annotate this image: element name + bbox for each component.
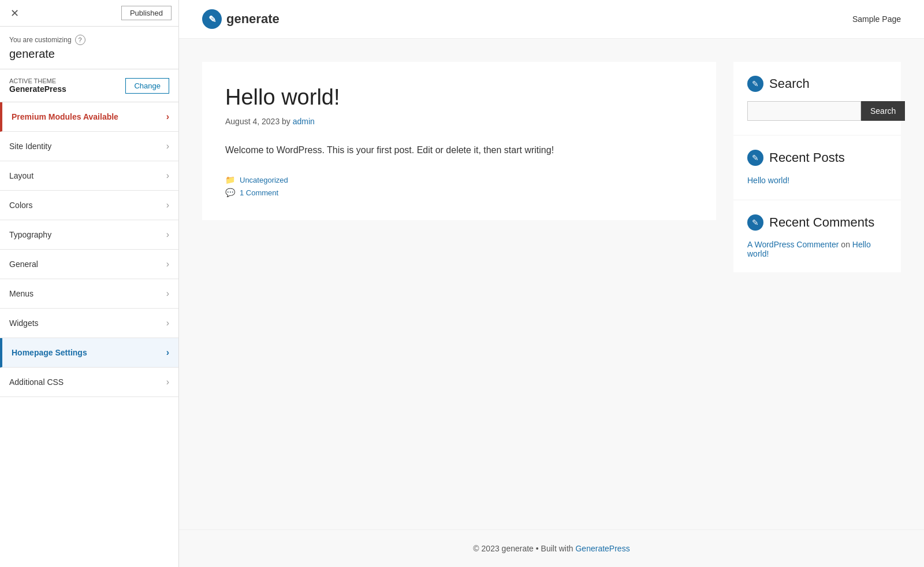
info-section: You are customizing ? generate [0, 27, 178, 69]
active-theme-info: Active theme GeneratePress [9, 77, 66, 94]
sample-page-link[interactable]: Sample Page [852, 14, 901, 24]
site-header: ✎ generate Sample Page [179, 0, 924, 39]
post-footer: 📁 Uncategorized 💬 1 Comment [225, 175, 693, 197]
nav-item-site-identity[interactable]: Site Identity › [0, 132, 178, 161]
search-button[interactable]: Search [861, 101, 905, 121]
post-title: Hello world! [225, 85, 693, 110]
post-content: Welcome to WordPress. This is your first… [225, 142, 693, 158]
nav-item-menus[interactable]: Menus › [0, 279, 178, 309]
chevron-right-icon: › [166, 318, 169, 328]
site-logo-name: generate [226, 12, 280, 27]
nav-item-colors[interactable]: Colors › [0, 191, 178, 220]
chevron-right-icon: › [166, 200, 169, 210]
nav-item-typography-label: Typography [9, 230, 51, 239]
chevron-right-icon: › [166, 171, 169, 181]
footer-text: © 2023 generate • Built with [473, 544, 573, 553]
close-button[interactable]: ✕ [7, 6, 23, 21]
list-item: A WordPress Commenter on Hello world! [747, 240, 887, 258]
site-name: generate [9, 47, 169, 61]
search-widget-icon: ✎ [747, 76, 763, 92]
theme-name: GeneratePress [9, 84, 66, 94]
chevron-right-icon: › [166, 112, 169, 122]
chevron-right-icon: › [166, 229, 169, 240]
active-theme-label: Active theme [9, 77, 66, 84]
post-comment-row: 💬 1 Comment [225, 188, 693, 197]
nav-item-premium[interactable]: Premium Modules Available › [0, 102, 178, 132]
search-widget: ✎ Search Search [733, 62, 901, 135]
chevron-right-icon: › [166, 377, 169, 387]
main-column: Hello world! August 4, 2023 by admin Wel… [202, 62, 716, 220]
nav-item-premium-label: Premium Modules Available [12, 112, 118, 121]
comment-on: on [841, 240, 852, 249]
nav-item-widgets[interactable]: Widgets › [0, 309, 178, 338]
sidebar: ✎ Search Search ✎ Recent Posts Hello wor… [733, 62, 901, 273]
chevron-right-icon: › [166, 259, 169, 269]
nav-item-layout-label: Layout [9, 171, 33, 180]
nav-item-colors-label: Colors [9, 201, 32, 210]
recent-posts-widget-icon: ✎ [747, 150, 763, 166]
recent-posts-list: Hello world! [747, 175, 887, 186]
nav-item-widgets-label: Widgets [9, 318, 39, 328]
nav-item-additional-css[interactable]: Additional CSS › [0, 368, 178, 397]
search-form: Search [747, 101, 887, 121]
nav-item-general[interactable]: General › [0, 250, 178, 279]
list-item: Hello world! [747, 175, 887, 186]
chevron-right-icon: › [166, 347, 169, 358]
recent-comments-list: A WordPress Commenter on Hello world! [747, 240, 887, 258]
customizer-panel: ✕ Published You are customizing ? genera… [0, 0, 179, 567]
logo-icon: ✎ [202, 9, 222, 29]
chevron-right-icon: › [166, 288, 169, 299]
nav-item-general-label: General [9, 260, 38, 269]
post-meta: August 4, 2023 by admin [225, 117, 693, 126]
footer-link[interactable]: GeneratePress [575, 544, 629, 553]
search-widget-title: ✎ Search [747, 76, 887, 92]
you-are-customizing: You are customizing ? [9, 35, 169, 45]
recent-posts-widget-title: ✎ Recent Posts [747, 150, 887, 166]
recent-comments-widget-title: ✎ Recent Comments [747, 214, 887, 231]
post-by: by [282, 117, 290, 126]
commenter-link[interactable]: A WordPress Commenter [747, 240, 839, 249]
active-theme-section: Active theme GeneratePress Change [0, 69, 178, 102]
post-date: August 4, 2023 [225, 117, 280, 126]
chevron-right-icon: › [166, 141, 169, 151]
site-logo[interactable]: ✎ generate [202, 9, 280, 29]
nav-section: Premium Modules Available › Site Identit… [0, 102, 178, 567]
recent-post-link[interactable]: Hello world! [747, 176, 789, 185]
recent-comments-widget-icon: ✎ [747, 214, 763, 231]
published-button[interactable]: Published [121, 6, 172, 20]
nav-item-menus-label: Menus [9, 289, 33, 298]
recent-comments-widget: ✎ Recent Comments A WordPress Commenter … [733, 201, 901, 272]
site-nav: Sample Page [852, 14, 901, 24]
nav-item-homepage-settings-label: Homepage Settings [12, 348, 87, 357]
top-bar: ✕ Published [0, 0, 178, 27]
change-theme-button[interactable]: Change [125, 78, 169, 94]
nav-item-additional-css-label: Additional CSS [9, 377, 64, 387]
post-author-link[interactable]: admin [293, 117, 315, 126]
post-category-link[interactable]: Uncategorized [240, 176, 288, 184]
preview-area: ✎ generate Sample Page Hello world! Augu… [179, 0, 924, 567]
site-footer: © 2023 generate • Built with GeneratePre… [179, 529, 924, 567]
comment-icon: 💬 [225, 188, 235, 197]
post-category-row: 📁 Uncategorized [225, 175, 693, 184]
help-icon[interactable]: ? [75, 35, 85, 45]
nav-item-layout[interactable]: Layout › [0, 161, 178, 191]
search-input[interactable] [747, 101, 861, 121]
folder-icon: 📁 [225, 175, 235, 184]
nav-item-typography[interactable]: Typography › [0, 220, 178, 250]
site-content: Hello world! August 4, 2023 by admin Wel… [179, 39, 924, 529]
post-comment-link[interactable]: 1 Comment [240, 188, 278, 197]
nav-item-site-identity-label: Site Identity [9, 142, 51, 151]
nav-item-homepage-settings[interactable]: Homepage Settings › [0, 338, 178, 368]
recent-posts-widget: ✎ Recent Posts Hello world! [733, 136, 901, 199]
